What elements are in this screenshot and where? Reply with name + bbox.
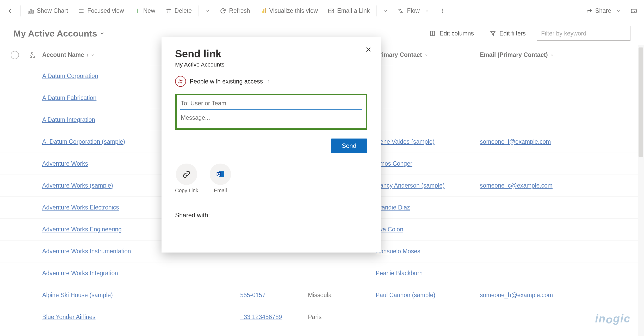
watermark: inogic xyxy=(595,313,630,325)
copy-link-option[interactable]: Copy Link xyxy=(175,164,198,194)
chevron-right-icon xyxy=(267,79,271,83)
svg-point-25 xyxy=(181,80,182,81)
copy-link-icon xyxy=(176,164,197,185)
dialog-close-button[interactable] xyxy=(363,44,374,55)
shared-with-label: Shared with: xyxy=(175,212,367,219)
copy-link-label: Copy Link xyxy=(175,188,198,194)
access-scope-label: People with existing access xyxy=(190,78,263,85)
email-option-label: Email xyxy=(214,188,227,194)
send-link-dialog: Send link My Active Accounts People with… xyxy=(162,37,381,253)
share-options: Copy Link Email xyxy=(175,164,367,204)
access-scope-button[interactable]: People with existing access xyxy=(175,76,367,87)
people-access-icon xyxy=(175,76,186,87)
svg-point-24 xyxy=(179,80,181,81)
dialog-subtitle: My Active Accounts xyxy=(175,61,367,68)
close-icon xyxy=(365,46,372,53)
recipient-highlight-box xyxy=(175,94,367,130)
email-option[interactable]: Email xyxy=(210,164,231,194)
message-input[interactable] xyxy=(180,110,362,123)
send-button[interactable]: Send xyxy=(331,139,367,153)
to-input[interactable] xyxy=(180,98,362,110)
dialog-title: Send link xyxy=(175,48,367,60)
outlook-icon xyxy=(210,164,231,185)
